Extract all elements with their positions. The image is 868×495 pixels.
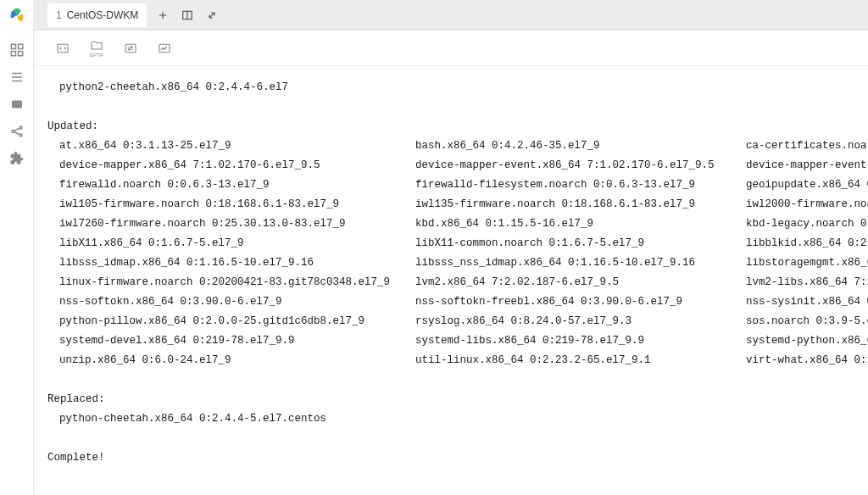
svg-rect-2 xyxy=(11,52,15,56)
package-cell: unzip.x86_64 0:6.0-24.el7_9 xyxy=(41,351,397,370)
package-cell: linux-firmware.noarch 0:20200421-83.git7… xyxy=(41,273,397,292)
package-row: firewalld.noarch 0:0.6.3-13.el7_9firewal… xyxy=(41,175,868,195)
package-cell: lvm2.x86_64 7:2.02.187-6.el7_9.5 xyxy=(397,273,727,292)
package-cell: libX11.x86_64 0:1.6.7-5.el7_9 xyxy=(41,234,397,253)
package-cell: util-linux.x86_64 0:2.23.2-65.el7_9.1 xyxy=(397,351,727,370)
package-cell: device-mapper-event-libs xyxy=(727,156,868,175)
package-cell: iwl105-firmware.noarch 0:18.168.6.1-83.e… xyxy=(41,195,397,214)
svg-point-10 xyxy=(19,134,22,136)
svg-rect-1 xyxy=(18,44,22,48)
tool-bar: SFTP xyxy=(34,31,868,66)
nav-share-icon[interactable] xyxy=(9,124,25,139)
replaced-line: python-cheetah.x86_64 0:2.4.4-5.el7.cent… xyxy=(41,409,868,429)
package-cell: at.x86_64 0:3.1.13-25.el7_9 xyxy=(41,136,397,156)
nav-box-icon[interactable] xyxy=(9,97,25,112)
svg-line-12 xyxy=(14,132,19,135)
package-row: libsss_idmap.x86_64 0:1.16.5-10.el7_9.16… xyxy=(41,253,868,273)
package-cell: iwl135-firmware.noarch 0:18.168.6.1-83.e… xyxy=(397,195,727,214)
package-cell: systemd-libs.x86_64 0:219-78.el7_9.9 xyxy=(397,331,727,351)
package-row: unzip.x86_64 0:6.0-24.el7_9util-linux.x8… xyxy=(41,351,868,370)
tab-title: CentOS-DWKM xyxy=(67,9,139,21)
main-area: 1 CentOS-DWKM SFTP xyxy=(34,0,868,495)
tool-sftp-icon[interactable]: SFTP xyxy=(88,39,105,58)
svg-rect-18 xyxy=(125,44,136,52)
package-row: iwl7260-firmware.noarch 0:25.30.13.0-83.… xyxy=(41,214,868,234)
svg-point-9 xyxy=(19,126,22,129)
package-cell: bash.x86_64 0:4.2.46-35.el7_9 xyxy=(397,136,727,156)
package-cell: libsss_idmap.x86_64 0:1.16.5-10.el7_9.16 xyxy=(41,253,397,273)
split-pane-icon[interactable] xyxy=(181,9,194,21)
package-cell: firewalld.noarch 0:0.6.3-13.el7_9 xyxy=(41,175,397,195)
package-row: systemd-devel.x86_64 0:219-78.el7_9.9sys… xyxy=(41,331,868,351)
package-cell: geoipupdate.x86_64 0:2.5 xyxy=(727,175,868,195)
package-cell: libstoragemgmt.x86_64 0 xyxy=(727,253,868,273)
app-logo-icon xyxy=(8,7,26,25)
package-cell: rsyslog.x86_64 0:8.24.0-57.el7_9.3 xyxy=(397,312,727,331)
svg-rect-0 xyxy=(11,44,15,48)
updated-header: Updated: xyxy=(41,117,868,136)
left-nav-rail xyxy=(0,0,34,495)
package-cell: systemd-python.x86_64 0 xyxy=(727,331,868,351)
replaced-header: Replaced: xyxy=(41,390,868,409)
package-cell: libblkid.x86_64 0:2.23.2 xyxy=(727,234,868,253)
svg-rect-19 xyxy=(159,44,170,52)
package-row: python-pillow.x86_64 0:2.0.0-25.gitd1c6d… xyxy=(41,312,868,331)
svg-point-8 xyxy=(12,131,14,133)
nav-grid-icon[interactable] xyxy=(9,42,25,58)
package-cell: libX11-common.noarch 0:1.6.7-5.el7_9 xyxy=(397,234,727,253)
package-row: at.x86_64 0:3.1.13-25.el7_9bash.x86_64 0… xyxy=(41,136,868,156)
package-cell: sos.noarch 0:3.9-5.el7.c xyxy=(727,312,868,331)
installed-line: python2-cheetah.x86_64 0:2.4.4-6.el7 xyxy=(41,78,868,97)
new-tab-icon[interactable] xyxy=(157,9,169,21)
svg-rect-17 xyxy=(58,44,68,52)
package-cell: virt-what.x86_64 0:1.18- xyxy=(727,351,868,370)
package-cell: kbd.x86_64 0:1.15.5-16.el7_9 xyxy=(397,214,727,234)
svg-rect-3 xyxy=(18,52,22,56)
nav-extension-icon[interactable] xyxy=(9,151,25,166)
svg-rect-7 xyxy=(12,101,22,108)
tab-bar: 1 CentOS-DWKM xyxy=(34,0,868,31)
package-row: linux-firmware.noarch 0:20200421-83.git7… xyxy=(41,273,868,292)
package-cell: firewalld-filesystem.noarch 0:0.6.3-13.e… xyxy=(397,175,727,195)
package-cell: nss-softokn.x86_64 0:3.90.0-6.el7_9 xyxy=(41,292,397,312)
package-cell: lvm2-libs.x86_64 7:2.02 xyxy=(727,273,868,292)
package-cell: iwl2000-firmware.noarch xyxy=(727,195,868,214)
terminal-output[interactable]: python2-cheetah.x86_64 0:2.4.4-6.el7 Upd… xyxy=(34,66,868,495)
tool-transfer-icon[interactable] xyxy=(122,42,139,55)
tool-code-icon[interactable] xyxy=(54,42,71,55)
package-cell: nss-sysinit.x86_64 0:3.9 xyxy=(727,292,868,312)
svg-line-11 xyxy=(14,128,19,131)
package-row: nss-softokn.x86_64 0:3.90.0-6.el7_9nss-s… xyxy=(41,292,868,312)
package-cell: nss-softokn-freebl.x86_64 0:3.90.0-6.el7… xyxy=(397,292,727,312)
package-cell: kbd-legacy.noarch 0:1.15 xyxy=(727,214,868,234)
tool-monitor-icon[interactable] xyxy=(156,42,173,55)
package-cell: iwl7260-firmware.noarch 0:25.30.13.0-83.… xyxy=(41,214,397,234)
package-cell: device-mapper-event.x86_64 7:1.02.170-6.… xyxy=(397,156,727,175)
package-cell: systemd-devel.x86_64 0:219-78.el7_9.9 xyxy=(41,331,397,351)
nav-list-icon[interactable] xyxy=(9,70,25,85)
complete-line: Complete! xyxy=(41,448,868,468)
package-row: iwl105-firmware.noarch 0:18.168.6.1-83.e… xyxy=(41,195,868,214)
package-cell: device-mapper.x86_64 7:1.02.170-6.el7_9.… xyxy=(41,156,397,175)
package-row: device-mapper.x86_64 7:1.02.170-6.el7_9.… xyxy=(41,156,868,175)
package-cell: libsss_nss_idmap.x86_64 0:1.16.5-10.el7_… xyxy=(397,253,727,273)
package-row: libX11.x86_64 0:1.6.7-5.el7_9libX11-comm… xyxy=(41,234,868,253)
package-cell: ca-certificates.noarch 0 xyxy=(727,136,868,156)
expand-arrows-icon[interactable] xyxy=(206,9,218,21)
package-cell: python-pillow.x86_64 0:2.0.0-25.gitd1c6d… xyxy=(41,312,397,331)
tab-centos[interactable]: 1 CentOS-DWKM xyxy=(47,3,147,27)
tab-index: 1 xyxy=(56,9,62,21)
